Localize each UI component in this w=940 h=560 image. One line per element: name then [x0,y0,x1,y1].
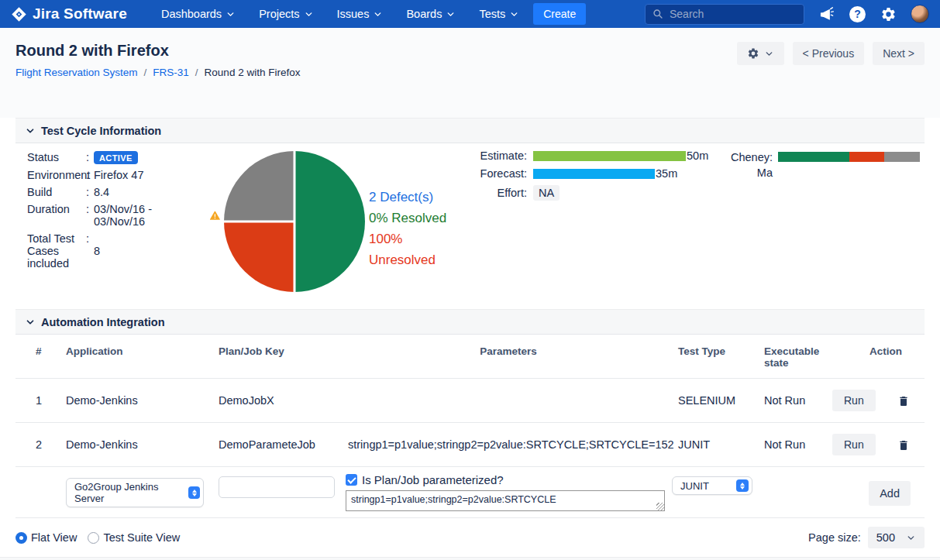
test-cycle-info-panel: Status : ACTIVE Environment : Firefox 47… [0,143,940,309]
col-header-num: # [15,335,62,379]
forecast-bar [533,169,655,179]
row-executable-state: Not Run [761,379,829,423]
plan-job-key-input[interactable] [219,476,335,498]
col-header-action: Action [829,335,925,379]
jenkins-server-select[interactable]: Go2Group Jenkins Server [66,478,204,507]
select-value: Go2Group Jenkins Server [74,481,181,504]
announcements-icon[interactable] [818,5,835,22]
nav-item-projects[interactable]: Projects [259,8,313,20]
row-test-type: JUNIT [672,423,761,467]
table-header-row: # Application Plan/Job Key Parameters Te… [15,335,925,379]
add-button[interactable]: Add [869,481,911,506]
breadcrumb-current: Round 2 with Firefox [205,67,301,78]
gear-icon[interactable] [880,5,897,22]
previous-button[interactable]: < Previous [793,42,865,65]
global-search[interactable] [645,4,804,25]
search-toolbar: ? JQL Search Adjust Bulk Operation Colum… [0,557,940,560]
flat-view-label: Flat View [31,531,77,544]
nav-item-label: Issues [337,8,370,20]
total-tests-value: 8 [94,232,221,270]
cycle-settings-button[interactable] [737,42,784,65]
parameters-textarea[interactable]: stringp1=p1value;stringp2=p2value:SRTCYC… [346,490,665,511]
trash-icon[interactable] [897,439,910,452]
assignee-name-line2: Ma [757,167,773,179]
automation-table: # Application Plan/Job Key Parameters Te… [15,335,925,466]
chevron-down-icon [304,9,314,19]
create-button[interactable]: Create [533,3,586,25]
page-size-control: Page size: 500 [808,527,925,548]
page-size-label: Page size: [808,531,861,544]
table-row: 2 Demo-Jenkins DemoParameteJob stringp1=… [15,423,925,467]
defect-pie-chart [224,151,365,292]
field-label: Duration [27,203,86,228]
jira-diamond-icon [11,6,27,22]
automation-section-header[interactable]: Automation Integration [15,309,925,335]
jira-logo[interactable]: Jira Software [11,5,127,22]
assignee-name-line1: Cheney: [731,151,773,163]
flat-view-radio[interactable]: Flat View [15,531,77,544]
select-stepper-icon [188,486,200,499]
row-application: Demo-Jenkins [62,423,215,467]
colon: : [86,203,94,228]
colon: : [86,186,94,198]
nav-item-tests[interactable]: Tests [479,8,519,20]
row-plan-job-key: DemoParameteJob [215,423,345,467]
assignee-bar-segment [849,152,885,162]
test-type-select[interactable]: JUNIT [672,476,752,495]
page-size-dropdown[interactable]: 500 [868,527,925,548]
col-header-parameters: Parameters [345,335,672,379]
unresolved-label: 100% Unresolved [369,228,466,270]
section-title: Automation Integration [41,316,165,328]
nav-item-dashboards[interactable]: Dashboards [161,8,236,20]
parameters-group: Is Plan/Job parameterized? stringp1=p1va… [346,473,665,514]
test-suite-view-radio[interactable]: Test Suite View [88,531,180,544]
field-label: Environment [27,169,86,181]
trash-icon[interactable] [897,395,910,407]
chevron-down-icon [226,9,236,19]
nav-item-label: Dashboards [161,8,222,20]
col-header-test-type: Test Type [672,335,761,379]
status-badge: ACTIVE [94,151,138,164]
nav-item-boards[interactable]: Boards [406,8,456,20]
header-actions: < Previous Next > [737,42,925,65]
row-application: Demo-Jenkins [62,379,215,423]
chevron-down-icon [446,9,456,19]
forecast-value: 35m [656,167,677,180]
nav-item-issues[interactable]: Issues [337,8,384,20]
assignee-progress-bar [778,152,920,162]
help-icon[interactable]: ? [849,6,866,22]
select-stepper-icon [736,479,749,492]
radio-unselected-icon [88,532,99,544]
breadcrumb-issue-link[interactable]: FRS-31 [153,67,189,78]
chevron-down-icon [764,49,774,59]
cycle-info-fields: Status : ACTIVE Environment : Firefox 47… [27,151,221,270]
defect-count-link[interactable]: 2 Defect(s) [369,187,466,208]
resolved-label: 0% Resolved [369,208,466,228]
pie-slice-gap [224,221,294,223]
assignee-progress: Cheney: Ma [727,149,920,180]
user-avatar[interactable] [911,5,929,23]
row-parameters [345,379,672,423]
duration-value: 03/Nov/16 - 03/Nov/16 [94,203,205,228]
col-header-application: Application [62,335,215,379]
section-title: Test Cycle Information [41,125,161,137]
breadcrumb: Flight Reservation System / FRS-31 / Rou… [15,67,300,78]
select-value: JUNIT [680,480,709,492]
run-button[interactable]: Run [832,390,876,411]
breadcrumb-project-link[interactable]: Flight Reservation System [15,67,138,78]
colon: : [86,232,94,270]
nav-item-label: Tests [479,8,505,20]
gear-icon [747,47,759,60]
parameterized-checkbox[interactable] [346,474,357,486]
run-button[interactable]: Run [832,434,876,455]
search-input[interactable] [670,8,786,20]
test-cycle-section-header[interactable]: Test Cycle Information [15,118,925,143]
row-num: 1 [15,379,62,423]
effort-value: NA [533,185,560,201]
assignee-name: Cheney: Ma [727,149,778,180]
nav-right: ? [645,4,929,25]
colon: : [86,169,94,181]
next-button[interactable]: Next > [873,42,925,65]
radio-selected-icon [15,532,27,544]
add-automation-form: Go2Group Jenkins Server Is Plan/Job para… [15,466,925,518]
